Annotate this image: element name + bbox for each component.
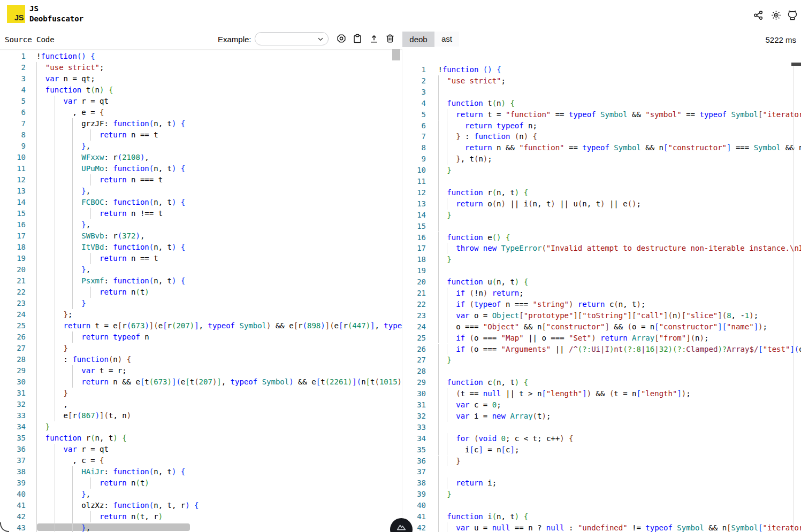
code-line: return t = e[r(673)](e[r(207)], typeof S… [36,320,402,331]
line-number: 42 [0,511,26,522]
line-number: 1 [0,51,26,62]
line-number: 20 [402,276,426,288]
code-line: if (!n) return; [438,288,524,299]
line-number: 21 [402,288,426,299]
code-line: return n == t [36,253,158,264]
line-number: 32 [402,411,426,422]
line-number: 30 [0,376,26,388]
line-number: 10 [402,165,426,176]
code-line: } : function (n) { [438,131,538,142]
code-line: return n && e[t(673)](e[t(207)], typeof … [36,376,402,388]
line-number: 2 [0,62,26,73]
tab-ast[interactable]: ast [434,32,459,47]
line-number: 7 [402,131,426,142]
line-number: 36 [0,444,26,455]
code-line: var r = qt [36,96,109,107]
code-line: : function(n) { [36,354,131,365]
js-logo: JS [7,5,25,23]
line-number: 6 [0,107,26,118]
code-line: return n == t [36,129,158,141]
upload-button[interactable] [369,33,379,44]
line-number: 19 [402,265,426,276]
line-number: 7 [0,118,26,129]
code-line: (t == null || t > n["length"]) && (t = n… [438,388,691,399]
code-line: }, [36,489,90,500]
line-number: 21 [0,275,26,287]
code-line: if (typeof n === "string") return c(n, t… [438,299,646,310]
code-line: }, [36,219,90,230]
right-vertical-scrollbar-thumb[interactable] [791,63,801,66]
code-line: } [438,456,461,467]
line-number: 25 [0,320,26,331]
code-line: return i; [438,477,497,489]
code-line: SWBvb: r(372), [36,230,144,242]
output-editor[interactable]: 1!function () {2 "use strict";34 functio… [402,47,801,532]
line-number: 22 [402,299,426,310]
indent-guide [438,265,439,276]
line-number: 23 [402,310,426,321]
code-line: UPuMo: function(n, t) { [36,163,185,174]
code-line: var t = r; [36,365,127,376]
code-line: "use strict"; [36,62,104,73]
code-line: FCBOC: function(n, t) { [36,197,185,208]
line-number: 11 [402,176,426,187]
app-title: JS Deobfuscator [29,4,83,24]
code-line: var i = new Array(t); [438,411,551,422]
code-line: !function() { [36,51,95,62]
code-line: return n && "function" == typeof Symbol … [438,142,801,153]
line-number: 26 [402,344,426,355]
source-editor[interactable]: 1!function() {2 "use strict";3 var n = q… [0,49,402,532]
code-line: throw new TypeError("Invalid attempt to … [438,243,801,254]
panel-divider [402,49,402,532]
code-line: }, t(n); [438,153,492,165]
paste-button[interactable] [352,33,363,44]
left-vertical-scrollbar-thumb[interactable] [392,49,400,60]
line-number: 5 [402,109,426,120]
source-code-label: Source Code [5,35,55,44]
code-line: return o(n) || i(n, t) || u(n, t) || e()… [438,198,641,210]
code-line: HAiJr: function(n, t) { [36,466,185,477]
line-number: 39 [0,477,26,489]
line-number: 5 [0,96,26,107]
code-line: }; [36,309,72,320]
line-number: 15 [402,221,426,232]
line-number: 29 [0,365,26,376]
code-line: } [36,343,68,354]
line-number: 25 [402,333,426,344]
code-line: return n(t) [36,477,149,489]
code-line: function e() { [438,232,510,243]
code-line: }, [36,186,90,197]
code-line: return n === t [36,174,163,186]
trash-button[interactable] [385,33,395,44]
code-line: var o = Object["prototype"]["toString"][… [438,310,759,321]
example-select[interactable] [255,32,329,45]
line-number: 11 [0,163,26,174]
code-line: ItVBd: function(n, t) { [36,242,185,253]
line-number: 4 [402,98,426,109]
share-icon[interactable] [753,10,764,20]
indent-guide [438,366,439,377]
github-icon[interactable] [787,10,797,20]
line-number: 2 [402,75,426,87]
code-line: return n !== t [36,208,163,219]
code-line: } [438,254,452,265]
theme-toggle-icon[interactable] [771,10,781,20]
line-number: 12 [402,187,426,198]
line-number: 15 [0,208,26,219]
indent-guide [438,87,439,98]
line-number: 3 [0,73,26,84]
code-line: o === "Object" && n["constructor"] && (o… [438,321,767,333]
line-number: 17 [402,243,426,254]
code-line: }, [36,522,90,532]
tab-deob[interactable]: deob [402,32,434,47]
line-number: 20 [0,264,26,275]
code-line: function r(n, t) { [438,187,529,198]
line-number: 17 [0,230,26,242]
code-line: } [438,354,452,366]
line-number: 37 [402,466,426,477]
settings-button[interactable] [336,33,347,44]
code-line: function u(n, t) { [438,276,529,288]
line-number: 41 [0,500,26,511]
code-line: !function () { [438,64,501,75]
code-line: if (o === "Arguments" || /^(?:Ui|I)nt(?:… [438,344,801,355]
